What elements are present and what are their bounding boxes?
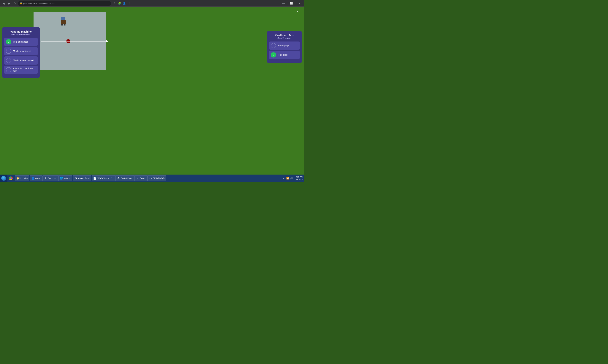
option-label-activated: Machine activated xyxy=(13,50,31,52)
computer-icon: 🖥 xyxy=(44,177,47,180)
cardboard-box-subtitle: Run this action... xyxy=(269,37,300,39)
option-item-purchase-fails[interactable]: Attempt to purchase fails xyxy=(4,66,38,74)
taskbar-item-desktop[interactable]: 🗂 DESKTOP (J) xyxy=(147,175,166,181)
option-circle-show-prop xyxy=(271,43,276,48)
taskbar-item-network[interactable]: 🌐 Network xyxy=(58,175,72,181)
option-circle-deactivated xyxy=(6,58,11,63)
option-label-purchase-fails: Attempt to purchase fails xyxy=(13,67,36,72)
player-character xyxy=(60,17,67,27)
nav-forward-button[interactable]: ▶ xyxy=(7,1,12,6)
checkmark-purchased: ✓ xyxy=(7,40,10,44)
cardboard-box-title: Cardboard Box xyxy=(269,34,300,37)
option-item-purchased[interactable]: ✓ Item purchased xyxy=(4,38,38,46)
taskbar-items: 📁 Libraries 👤 admin 🖥 Computer 🌐 Network… xyxy=(14,175,282,181)
option-item-show-prop[interactable]: Show prop xyxy=(269,41,300,50)
maximize-button[interactable]: ⬜ xyxy=(288,1,295,6)
option-circle-purchased: ✓ xyxy=(6,39,11,44)
tray-volume-icon[interactable]: 🔊 xyxy=(290,177,293,180)
chrome-quicklaunch[interactable] xyxy=(7,175,14,182)
tray-expand-icon[interactable]: ▲ xyxy=(282,177,285,180)
connection-arrow xyxy=(41,41,108,41)
window-close-button[interactable]: ✕ xyxy=(296,1,303,6)
game-area: × Vending Machine When this event occurs… xyxy=(0,7,304,175)
vending-machine-subtitle: When this event occurs... xyxy=(4,34,38,36)
address-bar[interactable]: 🔒 gimkit.com/host?id=64aa11131786 xyxy=(18,1,111,6)
option-label-hide-prop: Hide prop xyxy=(278,54,288,56)
taskbar: 📁 Libraries 👤 admin 🖥 Computer 🌐 Network… xyxy=(0,175,304,182)
taskbar-label-control-panel: Control Panel xyxy=(78,177,90,179)
browser-header: ◀ ▶ ↻ 🔒 gimkit.com/host?id=64aa11131786 … xyxy=(0,0,304,7)
vending-machine-title: Vending Machine xyxy=(4,30,38,33)
control-panel-2-icon: ⚙ xyxy=(117,177,120,180)
tray-wifi-icon[interactable]: 📶 xyxy=(286,177,289,180)
taskbar-date: 7/9/2023 xyxy=(295,178,302,181)
window-controls: — ⬜ ✕ xyxy=(280,1,303,6)
taskbar-label-network: Network xyxy=(64,177,71,179)
taskbar-label-itunes: iTunes xyxy=(140,177,146,179)
start-orb-icon xyxy=(1,176,6,181)
menu-icon[interactable]: ⋮ xyxy=(127,1,131,5)
character-foot-right xyxy=(64,24,66,26)
taskbar-item-itunes[interactable]: ♪ iTunes xyxy=(134,175,147,181)
character-feet xyxy=(60,24,67,26)
network-icon: 🌐 xyxy=(60,177,63,180)
extensions-icon[interactable]: 🧩 xyxy=(117,1,122,5)
start-button[interactable] xyxy=(0,175,7,182)
taskbar-label-libraries: Libraries xyxy=(20,177,27,179)
nav-refresh-button[interactable]: ↻ xyxy=(12,1,17,6)
option-circle-hide-prop: ✓ xyxy=(271,52,276,57)
option-label-deactivated: Machine deactivated xyxy=(13,59,34,62)
itunes-icon: ♪ xyxy=(136,177,139,180)
option-circle-purchase-fails xyxy=(6,67,11,72)
taskbar-tray: ▲ 📶 🔊 xyxy=(282,177,294,180)
option-item-hide-prop[interactable]: ✓ Hide prop xyxy=(269,51,300,59)
vending-machine-panel: Vending Machine When this event occurs..… xyxy=(2,27,40,78)
browser-actions: ☆ 🧩 👤 ⋮ xyxy=(112,1,131,5)
taskbar-item-computer[interactable]: 🖥 Computer xyxy=(42,175,58,181)
admin-icon: 👤 xyxy=(31,177,34,180)
url-text: gimkit.com/host?id=64aa11131786 xyxy=(23,2,55,4)
chrome-icon xyxy=(9,176,13,180)
taskbar-item-control-panel[interactable]: ⚙ Control Panel xyxy=(73,175,91,181)
document-icon: 📄 xyxy=(93,177,96,180)
lock-icon: 🔒 xyxy=(20,2,22,4)
taskbar-time: 9:59 AM xyxy=(295,176,302,178)
option-item-deactivated[interactable]: Machine deactivated xyxy=(4,56,38,65)
nav-back-button[interactable]: ◀ xyxy=(1,1,6,6)
character-foot-left xyxy=(61,24,63,26)
bookmark-icon[interactable]: ☆ xyxy=(112,1,117,5)
taskbar-label-admin: admin xyxy=(35,177,40,179)
minimize-button[interactable]: — xyxy=(280,1,287,6)
character-body xyxy=(61,20,66,24)
taskbar-label-computer: Computer xyxy=(48,177,56,179)
control-panel-icon: ⚙ xyxy=(74,177,77,180)
taskbar-label-desktop: DESKTOP (J) xyxy=(153,177,164,179)
close-button[interactable]: × xyxy=(295,9,300,14)
taskbar-clock[interactable]: 9:59 AM 7/9/2023 xyxy=(294,176,304,181)
taskbar-label-control-panel-2: Control Panel xyxy=(121,177,132,179)
character-head xyxy=(61,17,65,20)
option-circle-activated xyxy=(6,49,11,54)
checkmark-hide-prop: ✓ xyxy=(272,53,275,57)
desktop-icon: 🗂 xyxy=(149,177,152,180)
option-item-activated[interactable]: Machine activated xyxy=(4,47,38,55)
libraries-icon: 📁 xyxy=(17,177,20,180)
option-label-show-prop: Show prop xyxy=(278,44,289,47)
profile-icon[interactable]: 👤 xyxy=(122,1,126,5)
cardboard-box-panel: Cardboard Box Run this action... Show pr… xyxy=(267,31,302,63)
taskbar-item-control-panel-2[interactable]: ⚙ Control Panel xyxy=(115,175,134,181)
taskbar-item-document[interactable]: 📄 12345678910112... xyxy=(92,175,115,181)
taskbar-item-libraries[interactable]: 📁 Libraries xyxy=(15,175,29,181)
option-label-purchased: Item purchased xyxy=(13,40,28,43)
taskbar-item-admin[interactable]: 👤 admin xyxy=(30,175,42,181)
taskbar-label-document: 12345678910112... xyxy=(97,177,113,179)
